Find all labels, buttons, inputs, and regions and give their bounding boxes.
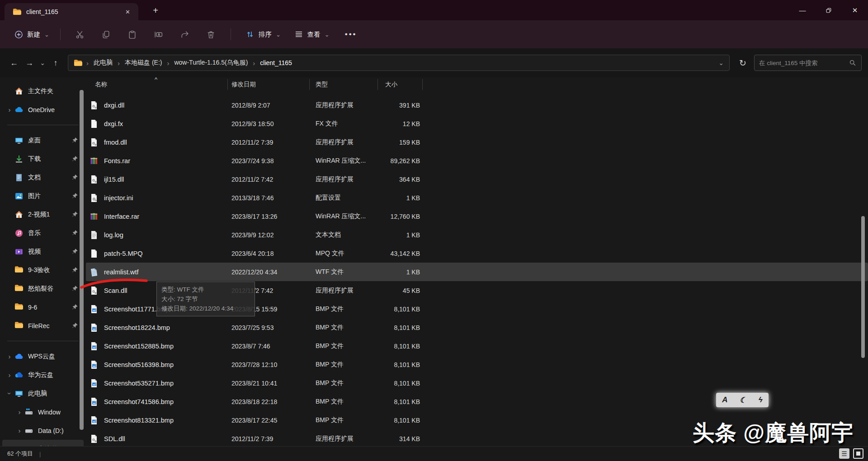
file-name: Fonts.rar: [104, 157, 130, 165]
sidebar-item-WPS云盘[interactable]: ›WPS云盘: [2, 347, 84, 366]
search-input[interactable]: [759, 60, 849, 66]
ime-glyph[interactable]: ☾: [740, 395, 746, 405]
sidebar-item-华为云盘[interactable]: ›华为云盘: [2, 366, 84, 384]
file-row-Screenshot535271.bmp[interactable]: Screenshot535271.bmp2023/8/21 10:41BMP 文…: [86, 374, 868, 392]
file-row-fmod.dll[interactable]: fmod.dll2012/11/2 7:39应用程序扩展159 KB: [86, 133, 868, 151]
file-size: 45 KB: [378, 287, 423, 294]
sidebar-item-文档[interactable]: 文档: [2, 168, 84, 187]
new-button[interactable]: 新建 ⌄: [10, 27, 54, 42]
up-button[interactable]: ↑: [48, 58, 63, 68]
sidebar-item-怒焰裂谷[interactable]: 怒焰裂谷: [2, 279, 84, 298]
sidebar-item-OneDrive[interactable]: ›OneDrive: [2, 100, 84, 119]
address-bar[interactable]: ›此电脑›本地磁盘 (E:)›wow-Turtle-1.16.5(乌龟服)›cl…: [68, 55, 730, 71]
sidebar-item-9-3验收[interactable]: 9-3验收: [2, 261, 84, 279]
breadcrumb-item[interactable]: 此电脑: [93, 58, 113, 68]
explorer-tab[interactable]: client_1165 ✕: [5, 3, 138, 20]
file-row-realmlist.wtf[interactable]: realmlist.wtf2022/12/20 4:34WTF 文件1 KB: [86, 263, 868, 281]
chevron-right-icon[interactable]: ›: [6, 353, 13, 360]
sidebar-item-label: 华为云盘: [28, 371, 78, 379]
sidebar: 主文件夹›OneDrive桌面下载文档图片2-视频1音乐视频9-3验收怒焰裂谷9…: [0, 77, 86, 446]
chevron-right-icon[interactable]: ›: [16, 427, 23, 434]
tab-close-icon[interactable]: ✕: [123, 8, 133, 16]
sidebar-item-label: 2-视频1: [28, 211, 70, 219]
chevron-right-icon[interactable]: ›: [6, 371, 13, 379]
list-scrollbar[interactable]: [861, 216, 865, 358]
cut-button[interactable]: [67, 30, 93, 39]
breadcrumb-separator: ›: [86, 59, 89, 67]
sidebar-item-label: WPS云盘: [28, 353, 78, 361]
ime-glyph[interactable]: ϟ: [759, 395, 763, 405]
sidebar-item-Window[interactable]: ›Window: [2, 403, 84, 421]
file-row-dxgi.fx[interactable]: dxgi.fx2012/9/3 18:50FX 文件12 KB: [86, 114, 868, 133]
paste-button[interactable]: [119, 30, 146, 39]
more-options-button[interactable]: •••: [345, 30, 357, 39]
tab-title: client_1165: [26, 8, 123, 15]
file-row-Fonts.rar[interactable]: Fonts.rar2023/7/24 9:38WinRAR 压缩文...89,2…: [86, 151, 868, 170]
sidebar-item-主文件夹[interactable]: 主文件夹: [2, 82, 84, 100]
file-row-ijl15.dll[interactable]: ijl15.dll2012/11/2 7:42应用程序扩展364 KB: [86, 170, 868, 188]
restore-button[interactable]: [816, 0, 842, 20]
icons-view-button[interactable]: [853, 448, 863, 459]
file-icon-ini: [90, 193, 99, 202]
back-button[interactable]: ←: [6, 58, 22, 68]
sidebar-item-此电脑[interactable]: ›此电脑: [2, 384, 84, 403]
ime-glyph[interactable]: A: [722, 395, 727, 405]
file-row-Screenshot18224.bmp[interactable]: Screenshot18224.bmp2023/7/25 9:53BMP 文件8…: [86, 318, 868, 337]
header-type[interactable]: 类型: [310, 79, 378, 90]
documents-icon: [14, 173, 24, 182]
refresh-button[interactable]: ↻: [734, 58, 751, 68]
sort-button[interactable]: 排序 ⌄: [240, 26, 286, 42]
copy-button[interactable]: [93, 30, 119, 39]
file-row-log.log[interactable]: log.log2023/9/9 12:02文本文档1 KB: [86, 226, 868, 244]
file-row-patch-5.MPQ[interactable]: patch-5.MPQ2023/6/4 20:18MPQ 文件43,142 KB: [86, 244, 868, 263]
breadcrumb-item[interactable]: wow-Turtle-1.16.5(乌龟服): [173, 58, 249, 68]
breadcrumb-item[interactable]: client_1165: [259, 58, 293, 67]
file-icon-rar: [90, 156, 99, 165]
address-dropdown-icon[interactable]: ⌄: [718, 59, 724, 66]
file-size: 1 KB: [378, 268, 423, 276]
file-row-Screenshot152885.bmp[interactable]: Screenshot152885.bmp2023/8/7 7:46BMP 文件8…: [86, 337, 868, 355]
share-button[interactable]: [172, 30, 198, 39]
file-type: BMP 文件: [310, 361, 378, 369]
sidebar-item-9-6[interactable]: 9-6: [2, 298, 84, 316]
search-box[interactable]: [754, 55, 862, 71]
folder-icon: [13, 8, 21, 15]
toolbar-divider: [231, 28, 231, 40]
header-name[interactable]: 名称 ^: [86, 79, 228, 90]
delete-button[interactable]: [198, 30, 224, 39]
file-date-modified: 2023/8/18 22:18: [228, 398, 310, 405]
new-tab-button[interactable]: +: [149, 5, 162, 16]
chevron-down-icon[interactable]: ›: [6, 390, 14, 397]
sidebar-item-FileRec[interactable]: FileRec: [2, 316, 84, 335]
new-plus-icon: [14, 30, 23, 39]
sidebar-item-下载[interactable]: 下载: [2, 150, 84, 168]
file-row-Interface.rar[interactable]: Interface.rar2023/8/17 13:26WinRAR 压缩文..…: [86, 207, 868, 226]
sidebar-item-图片[interactable]: 图片: [2, 187, 84, 205]
details-view-button[interactable]: ☰: [839, 448, 849, 459]
chevron-right-icon[interactable]: ›: [16, 408, 23, 416]
sidebar-item-视频[interactable]: 视频: [2, 242, 84, 261]
header-size[interactable]: 大小: [378, 79, 423, 90]
sidebar-item-2-视频1[interactable]: 2-视频1: [2, 205, 84, 224]
minimize-button[interactable]: —: [789, 0, 816, 20]
file-row-injector.ini[interactable]: injector.ini2013/3/18 7:46配置设置1 KB: [86, 188, 868, 207]
chevron-right-icon[interactable]: ›: [6, 106, 13, 113]
sidebar-item-Data (D:)[interactable]: ›Data (D:): [2, 421, 84, 440]
sidebar-item-桌面[interactable]: 桌面: [2, 131, 84, 150]
file-row-dxgi.dll[interactable]: dxgi.dll2012/8/9 2:07应用程序扩展391 KB: [86, 96, 868, 114]
file-row-Screenshot516398.bmp[interactable]: Screenshot516398.bmp2023/7/28 12:10BMP 文…: [86, 355, 868, 374]
sidebar-item-本地磁盘 (E:)[interactable]: ›本地磁盘 (E:): [2, 440, 84, 446]
view-lines-icon: [294, 30, 303, 39]
breadcrumb-item[interactable]: 本地磁盘 (E:): [124, 58, 163, 68]
recent-locations-button[interactable]: ⌄: [37, 59, 48, 66]
sidebar-item-音乐[interactable]: 音乐: [2, 224, 84, 242]
close-button[interactable]: ✕: [842, 0, 868, 20]
header-date-modified[interactable]: 修改日期: [228, 79, 310, 90]
ime-toolbar[interactable]: A☾ϟ: [716, 393, 769, 407]
view-button[interactable]: 查看 ⌄: [289, 26, 335, 42]
rename-button[interactable]: [146, 30, 172, 39]
watermark-text: 头条 @魔兽阿宇: [693, 419, 854, 447]
pictures-icon: [14, 192, 24, 201]
sidebar-scrollbar[interactable]: [80, 90, 84, 430]
forward-button[interactable]: →: [22, 58, 37, 68]
